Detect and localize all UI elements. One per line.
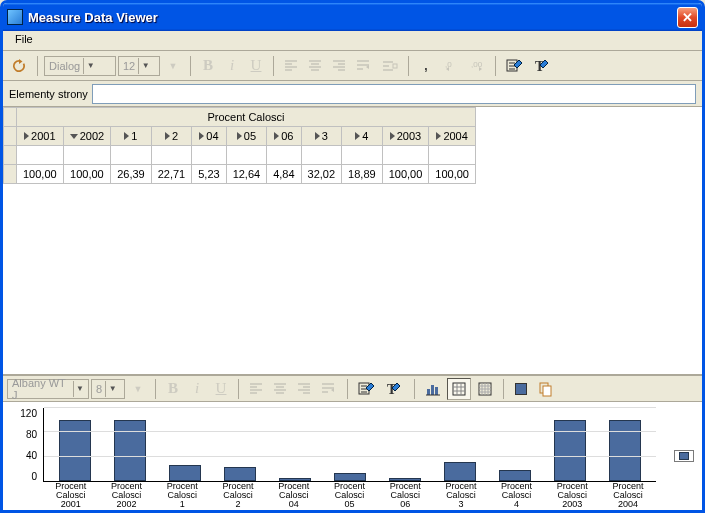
comma-button[interactable]: , <box>415 55 437 77</box>
color-button[interactable] <box>510 378 532 400</box>
expand-icon[interactable] <box>237 132 242 140</box>
expand-icon[interactable] <box>199 132 204 140</box>
increase-decimal-button[interactable]: ,00 <box>465 55 489 77</box>
grid-view-button[interactable] <box>473 378 497 400</box>
chart-bar[interactable] <box>554 420 586 481</box>
font-combo[interactable]: Dialog ▼ <box>44 56 116 76</box>
column-header[interactable]: 4 <box>342 127 383 146</box>
italic-icon: i <box>195 380 199 397</box>
column-header[interactable]: 2004 <box>429 127 476 146</box>
align-right-button[interactable] <box>328 55 350 77</box>
data-grid-area: Procent Calosci 200120021204050634200320… <box>3 107 702 374</box>
column-header[interactable]: 3 <box>301 127 342 146</box>
row-header <box>4 146 17 165</box>
underline-icon: U <box>216 380 227 397</box>
bold-button[interactable]: B <box>197 55 219 77</box>
cell[interactable]: 12,64 <box>226 165 267 184</box>
cell[interactable] <box>342 146 383 165</box>
cell[interactable]: 32,02 <box>301 165 342 184</box>
column-header[interactable]: 04 <box>192 127 226 146</box>
wrap-button[interactable] <box>352 55 376 77</box>
chart-wrap-button[interactable] <box>317 378 341 400</box>
collapse-icon[interactable] <box>70 134 78 139</box>
chart-align-center[interactable] <box>269 378 291 400</box>
cell[interactable] <box>429 146 476 165</box>
table-row: 100,00100,0026,3922,715,2312,644,8432,02… <box>4 165 476 184</box>
bar-chart-button[interactable] <box>421 378 445 400</box>
table-view-button[interactable] <box>447 378 471 400</box>
cell[interactable]: 100,00 <box>63 165 110 184</box>
decrease-decimal-button[interactable]: ,0 <box>439 55 463 77</box>
cell[interactable]: 22,71 <box>151 165 192 184</box>
column-header[interactable]: 06 <box>267 127 301 146</box>
column-header[interactable]: 1 <box>111 127 152 146</box>
menu-file[interactable]: File <box>9 31 39 47</box>
chart-bar[interactable] <box>224 467 256 481</box>
cell[interactable]: 100,00 <box>429 165 476 184</box>
chart-bar[interactable] <box>444 462 476 481</box>
cell[interactable]: 18,89 <box>342 165 383 184</box>
cell[interactable]: 26,39 <box>111 165 152 184</box>
cell[interactable]: 100,00 <box>17 165 64 184</box>
plot-box[interactable] <box>43 408 656 482</box>
page-elements-input[interactable] <box>92 84 696 104</box>
cell[interactable] <box>63 146 110 165</box>
column-header[interactable]: 2 <box>151 127 192 146</box>
expand-icon[interactable] <box>274 132 279 140</box>
expand-icon[interactable] <box>436 132 441 140</box>
copy-button[interactable] <box>534 378 558 400</box>
chart-options-button[interactable] <box>354 378 380 400</box>
column-group-header[interactable]: Procent Calosci <box>17 108 476 127</box>
align-left-button[interactable] <box>280 55 302 77</box>
cell[interactable]: 100,00 <box>382 165 429 184</box>
chart-bar[interactable] <box>169 465 201 481</box>
fontsize-combo[interactable]: 12 ▼ <box>118 56 160 76</box>
chart-align-right[interactable] <box>293 378 315 400</box>
font-options-button[interactable]: T <box>530 55 556 77</box>
chart-underline-button[interactable]: U <box>210 378 232 400</box>
expand-icon[interactable] <box>165 132 170 140</box>
expand-icon[interactable] <box>390 132 395 140</box>
column-header[interactable]: 2003 <box>382 127 429 146</box>
wrap2-button[interactable] <box>378 55 402 77</box>
underline-button[interactable]: U <box>245 55 267 77</box>
chart-bar[interactable] <box>59 420 91 481</box>
column-header[interactable]: 2002 <box>63 127 110 146</box>
cell[interactable] <box>382 146 429 165</box>
chart-align-left[interactable] <box>245 378 267 400</box>
align-left-icon <box>249 382 263 396</box>
cell[interactable] <box>192 146 226 165</box>
fontsize-dropdown-button[interactable]: ▼ <box>162 55 184 77</box>
expand-icon[interactable] <box>355 132 360 140</box>
chart-italic-button[interactable]: i <box>186 378 208 400</box>
cell[interactable]: 5,23 <box>192 165 226 184</box>
cell[interactable] <box>17 146 64 165</box>
chart-font-combo[interactable]: Albany WT J ▼ <box>7 379 89 399</box>
chart-font-options-button[interactable]: T <box>382 378 408 400</box>
chart-bold-button[interactable]: B <box>162 378 184 400</box>
cell[interactable] <box>151 146 192 165</box>
cell[interactable] <box>301 146 342 165</box>
column-header[interactable]: 2001 <box>17 127 64 146</box>
column-header[interactable]: 05 <box>226 127 267 146</box>
close-button[interactable]: ✕ <box>677 7 698 28</box>
cell[interactable] <box>111 146 152 165</box>
chart-bar[interactable] <box>499 470 531 481</box>
refresh-button[interactable] <box>7 55 31 77</box>
cell[interactable]: 4,84 <box>267 165 301 184</box>
chart-fontsize-dd[interactable]: ▼ <box>127 378 149 400</box>
cell[interactable] <box>226 146 267 165</box>
chart-bar[interactable] <box>609 420 641 481</box>
chart-fontsize-combo[interactable]: 8 ▼ <box>91 379 125 399</box>
expand-icon[interactable] <box>24 132 29 140</box>
cell[interactable] <box>267 146 301 165</box>
expand-icon[interactable] <box>124 132 129 140</box>
italic-button[interactable]: i <box>221 55 243 77</box>
close-icon: ✕ <box>682 10 693 25</box>
chart-bar[interactable] <box>334 473 366 481</box>
expand-icon[interactable] <box>315 132 320 140</box>
y-axis: 12080400 <box>3 408 41 482</box>
align-center-button[interactable] <box>304 55 326 77</box>
chart-bar[interactable] <box>114 420 146 481</box>
options-button[interactable] <box>502 55 528 77</box>
